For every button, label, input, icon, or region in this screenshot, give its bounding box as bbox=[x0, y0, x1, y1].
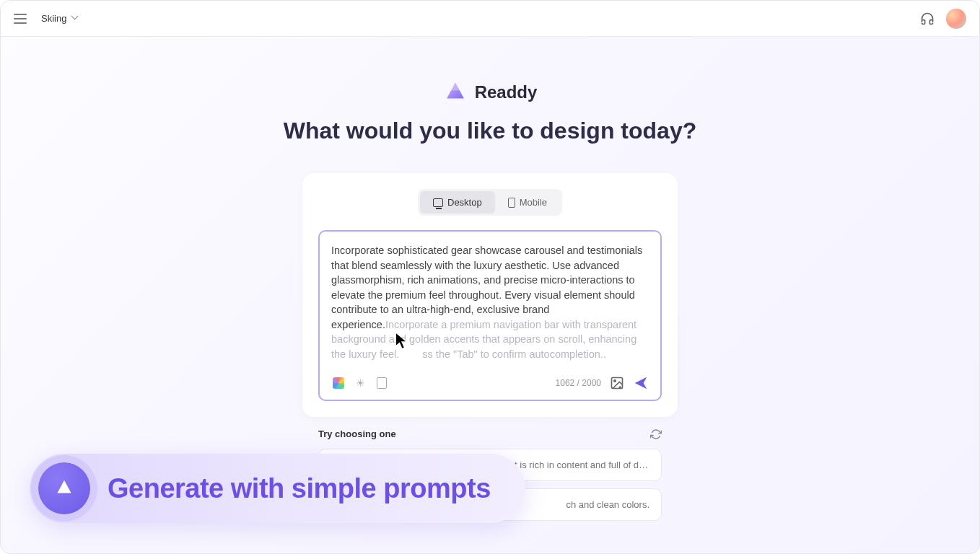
suggestions-title: Try choosing one bbox=[318, 428, 396, 439]
desktop-label: Desktop bbox=[447, 197, 482, 208]
app-header: Skiing bbox=[1, 1, 979, 37]
mobile-icon bbox=[508, 198, 515, 208]
brand-name: Readdy bbox=[475, 82, 538, 102]
add-image-icon[interactable] bbox=[610, 376, 624, 390]
refresh-suggestions-icon[interactable] bbox=[650, 428, 662, 440]
svg-point-1 bbox=[614, 379, 616, 382]
hamburger-menu-icon[interactable] bbox=[14, 14, 27, 24]
banner-logo-icon bbox=[53, 477, 76, 500]
project-name: Skiing bbox=[41, 13, 66, 24]
brand-logo-row: Readdy bbox=[443, 80, 538, 105]
prompt-card: Desktop Mobile Incorporate sophisticated… bbox=[302, 173, 678, 417]
brightness-icon[interactable] bbox=[353, 376, 367, 390]
suggestion-text: ch and clean colors. bbox=[566, 499, 649, 510]
prompt-input-box[interactable]: Incorporate sophisticated gear showcase … bbox=[318, 230, 662, 401]
prompt-user-text: Incorporate sophisticated gear showcase … bbox=[331, 245, 642, 330]
headline: What would you like to design today? bbox=[1, 118, 979, 144]
readdy-logo-icon bbox=[443, 80, 468, 105]
character-count: 1062 / 2000 bbox=[556, 378, 601, 388]
mobile-toggle-button[interactable]: Mobile bbox=[495, 191, 560, 214]
project-dropdown[interactable]: Skiing bbox=[41, 13, 79, 24]
mobile-label: Mobile bbox=[520, 197, 547, 208]
banner-logo-circle bbox=[38, 462, 90, 514]
send-button[interactable] bbox=[633, 375, 649, 391]
banner-text: Generate with simple prompts bbox=[108, 473, 491, 504]
prompt-text-content: Incorporate sophisticated gear showcase … bbox=[331, 243, 649, 362]
color-palette-icon[interactable] bbox=[331, 376, 346, 390]
desktop-toggle-button[interactable]: Desktop bbox=[420, 191, 495, 214]
document-icon[interactable] bbox=[375, 376, 389, 390]
chevron-down-icon bbox=[72, 15, 79, 22]
feature-banner: Generate with simple prompts bbox=[30, 454, 525, 523]
user-avatar[interactable] bbox=[946, 9, 966, 29]
prompt-tab-hint: ss the "Tab" to confirm autocompletion.. bbox=[422, 348, 606, 360]
desktop-icon bbox=[433, 198, 443, 207]
support-headphones-icon[interactable] bbox=[920, 12, 935, 26]
device-toggle: Desktop Mobile bbox=[418, 189, 562, 216]
